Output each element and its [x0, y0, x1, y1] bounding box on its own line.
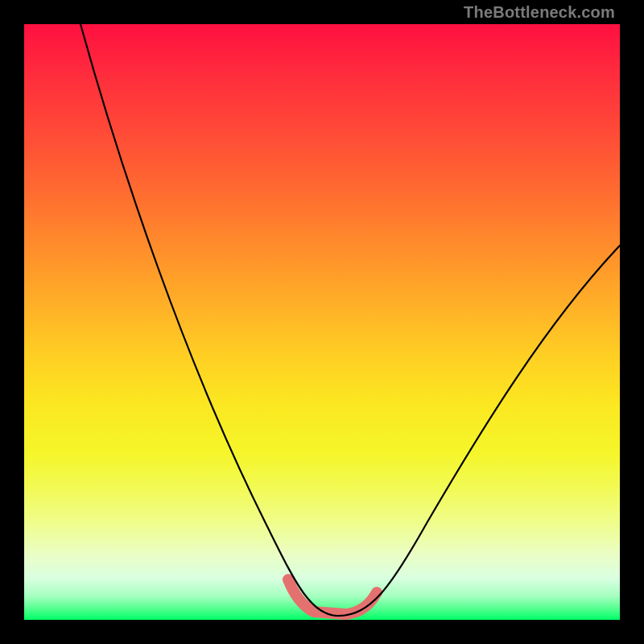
chart-frame: TheBottleneck.com — [0, 0, 644, 644]
bottleneck-curve-path — [80, 24, 620, 616]
plot-area — [24, 24, 620, 620]
chart-svg — [24, 24, 620, 620]
watermark-text: TheBottleneck.com — [464, 3, 615, 22]
